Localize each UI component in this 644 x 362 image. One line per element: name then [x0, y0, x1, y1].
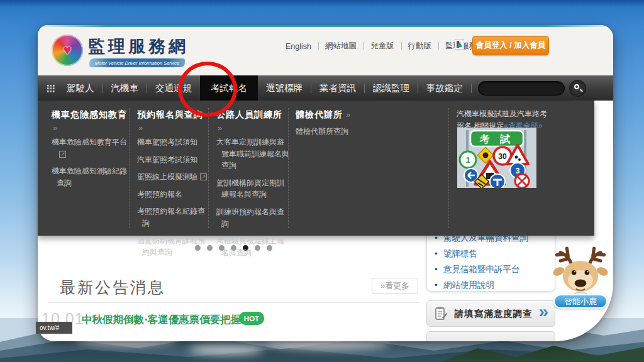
nav-item-vehicles[interactable]: 汽機車 [103, 75, 147, 101]
menu-item[interactable]: 大客車定期訓練與遊覽車職前訓練報名與查詢 [216, 136, 291, 172]
double-arrow-icon: » [138, 123, 210, 133]
nav-item-exam-registration[interactable]: 考試報名 [200, 75, 258, 101]
site-header: ♥ 監理服務網 Motor Vehicle Driver Information… [38, 25, 613, 75]
menu-item[interactable]: 駕照線上模擬測驗 [137, 171, 210, 183]
news-item-title[interactable]: 中秋假期倒數‧客運優惠票價要把握! [82, 313, 245, 327]
menu-item[interactable]: 訓練班預約報名與查詢 [216, 206, 291, 229]
quick-link-plate-auction[interactable]: 號牌標售 [435, 246, 550, 261]
nav-item-accident-appraisal[interactable]: 事故鑑定 [418, 75, 471, 101]
double-arrow-icon: » [218, 123, 291, 133]
menu-item[interactable]: 駕訓機構師資定期訓練報名與查詢 [216, 177, 291, 200]
deer-mascot-icon[interactable] [551, 243, 610, 298]
member-login-button[interactable]: 會員登入 / 加入會員 [472, 36, 549, 55]
nav-item-drivers[interactable]: 駕駛人 [58, 75, 103, 101]
mega-column-training-institute: 公路人員訓練所 » 大客車定期訓練與遊覽車職前訓練報名與查詢 駕訓機構師資定期訓… [216, 109, 291, 264]
external-link-icon [59, 151, 66, 158]
survey-banner[interactable]: 請填寫滿意度調查 [426, 300, 555, 327]
nav-item-operator-info[interactable]: 業者資訊 [311, 75, 364, 101]
double-arrow-icon: » [53, 123, 130, 133]
main-nav: 駕駛人 汽機車 交通違規 考試報名 選號標牌 業者資訊 認識監理 事故鑑定 [38, 75, 613, 101]
nav-item-traffic-violations[interactable]: 交通違規 [147, 75, 200, 101]
site-subtitle: Motor Vehicle Driver Information Service [95, 60, 179, 66]
exam-sign-text: 考 試 [479, 134, 514, 145]
speed-limit-sign: 30 [498, 152, 507, 161]
partial-banner [426, 331, 555, 341]
clipboard-pencil-icon [433, 306, 448, 321]
news-more-button[interactable]: »看更多 [372, 278, 418, 294]
route-sign-1: 1 [466, 156, 470, 165]
desktop-wallpaper: ♥ 監理服務網 Motor Vehicle Driver Information… [0, 0, 644, 362]
link-mobile-version[interactable]: 行動版 [401, 41, 439, 52]
link-kids-version[interactable]: 兒童版 [364, 41, 401, 52]
heart-icon: ♥ [63, 42, 71, 58]
double-arrow-icon: » [346, 110, 351, 119]
nav-item-plate-selection[interactable]: 選號標牌 [258, 75, 311, 101]
site-subtitle-ribbon: Motor Vehicle Driver Information Service [89, 58, 185, 67]
search-input[interactable] [478, 81, 565, 96]
search-button[interactable] [569, 80, 586, 97]
accessibility-badge-icon[interactable] [455, 39, 464, 50]
hot-badge: HOT [239, 312, 264, 325]
divider [48, 302, 419, 303]
survey-label: 請填寫滿意度調查 [448, 308, 538, 320]
news-section-heading: 最新公告消息 [60, 277, 165, 298]
menu-item[interactable]: 體檢代辦所查詢 [296, 126, 434, 138]
mega-column-hazard-education: 機車危險感知教育 » 機車危險感知教育平台 機車危險感知測驗紀錄查詢 [52, 109, 130, 194]
chevron-right-icon [538, 303, 548, 321]
mega-column-booking: 預約報名與查詢 » 機車駕照考試須知 汽車駕照考試須知 駕照線上模擬測驗 考照預… [137, 109, 210, 264]
site-title[interactable]: 監理服務網 [88, 35, 189, 58]
nav-item-about[interactable]: 認識監理 [365, 75, 418, 101]
exam-traffic-signs-image[interactable]: 考 試 1 30 3 [457, 128, 536, 188]
menu-item[interactable]: 考照預約報名 [137, 189, 210, 200]
browser-site-window: ♥ 監理服務網 Motor Vehicle Driver Information… [38, 25, 613, 341]
quick-link-site-guide[interactable]: 網站使用說明 [435, 277, 550, 293]
menu-grid-icon[interactable] [47, 84, 55, 92]
mascot-label-button[interactable]: 智能小鹿 [553, 294, 608, 309]
menu-item[interactable]: 考照預約報名紀錄查詢 [137, 206, 210, 229]
search-icon [574, 84, 579, 89]
wallpaper-cloud [189, 344, 264, 354]
link-english[interactable]: English [279, 42, 318, 51]
external-link-icon [200, 173, 207, 180]
menu-item[interactable]: 機車危險感知測驗紀錄查詢 [52, 165, 130, 189]
quick-link-feedback-mailbox[interactable]: 意見信箱暨申訴平台 [435, 261, 550, 277]
site-logo-icon[interactable]: ♥ [52, 35, 83, 66]
menu-item[interactable]: 汽車駕照考試須知 [137, 154, 210, 166]
menu-item[interactable]: 機車危險感知教育平台 [52, 136, 130, 160]
mega-column-health-check: 體檢代辦所» 體檢代辦所查詢 [296, 109, 434, 143]
menu-item[interactable]: 酒駕防制教育課程預約與查詢 [137, 235, 210, 258]
menu-item[interactable]: 考檢驗員檢定線上報名與查詢 [216, 235, 291, 258]
link-sitemap[interactable]: 網站地圖 [318, 41, 364, 52]
mega-menu-dropdown: 機車危險感知教育 » 機車危險感知教育平台 機車危險感知測驗紀錄查詢 預約報名與… [38, 101, 594, 236]
browser-status-url: ov.tw/# [36, 322, 72, 334]
header-utility-links: English 網站地圖 兒童版 行動版 監理服務 APP [279, 41, 502, 52]
menu-item[interactable]: 機車駕照考試須知 [137, 136, 210, 148]
